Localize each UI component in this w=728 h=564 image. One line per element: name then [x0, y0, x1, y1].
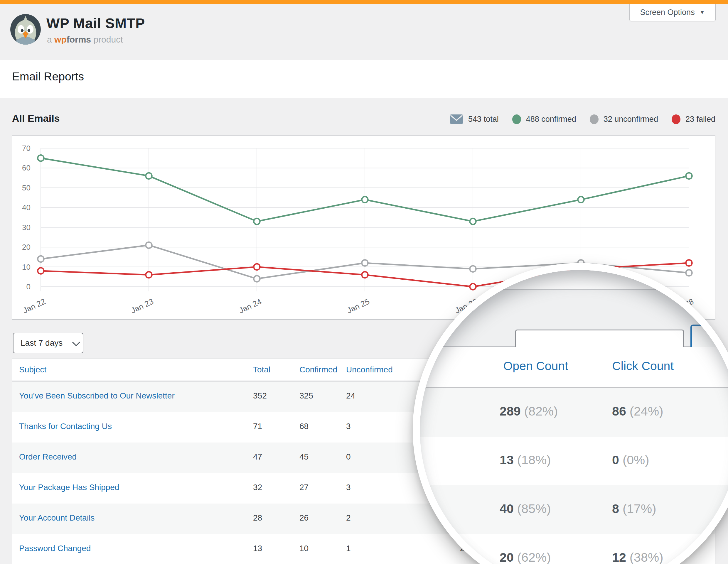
confirmed-cell: 325	[299, 391, 313, 400]
svg-text:40: 40	[22, 203, 31, 212]
svg-text:0: 0	[26, 282, 31, 291]
subject-link[interactable]: Your Package Has Shipped	[19, 483, 119, 492]
page-title: Email Reports	[12, 70, 84, 83]
legend-item: 543 total	[450, 114, 499, 124]
chart-legend: 543 total488 confirmed32 unconfirmed23 f…	[450, 113, 715, 126]
date-range-value: Last 7 days	[21, 338, 63, 348]
subject-link[interactable]: Order Received	[19, 452, 77, 462]
app-tagline: a wpforms product	[47, 35, 123, 45]
legend-label: 488 confirmed	[526, 115, 576, 124]
screen-options-label: Screen Options	[640, 8, 695, 17]
subject-link[interactable]: Password Changed	[19, 544, 91, 553]
open-count-cell: 13 (18%)	[500, 453, 551, 467]
column-header-open-count[interactable]: Open Count	[503, 359, 568, 373]
chevron-down-icon	[72, 338, 80, 346]
click-count-cell: 86 (24%)	[612, 404, 663, 418]
legend-dot-icon	[590, 115, 599, 124]
click-count-cell: 12 (38%)	[612, 550, 663, 564]
wpforms-brand-forms: forms	[67, 35, 91, 44]
unconfirmed-cell: 1	[346, 544, 351, 553]
total-cell: 47	[253, 452, 262, 462]
click-count-cell: 0 (0%)	[612, 453, 649, 467]
svg-text:60: 60	[22, 164, 31, 172]
column-header-total[interactable]: Total	[253, 365, 270, 374]
column-header-subject[interactable]: Subject	[19, 365, 46, 374]
svg-text:20: 20	[22, 243, 31, 252]
confirmed-cell: 68	[299, 422, 309, 431]
open-count-cell: 289 (82%)	[500, 404, 558, 418]
column-header-confirmed[interactable]: Confirmed	[299, 365, 337, 374]
legend-label: 32 unconfirmed	[604, 115, 658, 124]
top-accent-bar	[0, 0, 728, 4]
open-count-cell: 20 (62%)	[500, 550, 551, 564]
confirmed-cell: 27	[299, 483, 309, 492]
confirmed-cell: 26	[299, 513, 309, 523]
legend-item: 32 unconfirmed	[590, 115, 658, 124]
legend-label: 543 total	[468, 115, 499, 124]
unconfirmed-cell: 3	[346, 422, 351, 431]
failed-cell: 2	[460, 544, 465, 553]
legend-dot-icon	[512, 115, 521, 124]
lens-table-row: 289 (82%) 86 (24%)	[420, 388, 728, 437]
svg-text:30: 30	[22, 223, 31, 232]
email-reports-page: Screen Options ▼ WP Mail SMTP a wpforms …	[0, 0, 728, 564]
unconfirmed-cell: 0	[346, 452, 351, 462]
total-cell: 71	[253, 422, 262, 431]
subject-link[interactable]: You’ve Been Subscribed to Our Newsletter	[19, 391, 175, 400]
legend-dot-icon	[672, 115, 680, 124]
page-title-band: Email Reports	[0, 60, 728, 98]
chevron-down-icon: ▼	[700, 9, 705, 16]
lens-table-row: 13 (18%) 0 (0%)	[420, 437, 728, 485]
svg-text:70: 70	[22, 144, 31, 153]
confirmed-cell: 10	[299, 544, 309, 553]
legend-item: 488 confirmed	[512, 115, 576, 124]
section-title: All Emails	[12, 113, 60, 124]
legend-item: 23 failed	[672, 115, 715, 124]
svg-text:Jan 22: Jan 22	[21, 297, 47, 315]
screen-options-button[interactable]: Screen Options ▼	[629, 4, 716, 21]
lens-header-row: Open Count Click Count	[420, 347, 728, 388]
subject-link[interactable]: Thanks for Contacting Us	[19, 422, 112, 431]
unconfirmed-cell: 3	[346, 483, 351, 492]
envelope-icon	[450, 114, 463, 124]
date-range-select[interactable]: Last 7 days	[13, 333, 83, 353]
unconfirmed-cell: 24	[346, 391, 355, 400]
svg-text:10: 10	[22, 263, 31, 272]
confirmed-cell: 45	[299, 452, 309, 462]
click-count-cell: 8 (17%)	[612, 501, 656, 516]
wpforms-brand-wp: wp	[54, 35, 67, 44]
lens-table-row: 40 (85%) 8 (17%)	[420, 485, 728, 534]
app-title: WP Mail SMTP	[46, 15, 145, 31]
svg-text:Jan 25: Jan 25	[346, 297, 371, 315]
total-cell: 13	[253, 544, 262, 553]
legend-label: 23 failed	[685, 115, 715, 124]
svg-text:Jan 24: Jan 24	[237, 297, 263, 315]
total-cell: 352	[253, 391, 267, 400]
open-count-cell: 40 (85%)	[500, 501, 551, 516]
column-header-click-count[interactable]: Click Count	[612, 359, 674, 373]
svg-text:Jan 23: Jan 23	[129, 297, 155, 315]
total-cell: 32	[253, 483, 262, 492]
total-cell: 28	[253, 513, 262, 523]
wp-mail-smtp-logo	[10, 14, 41, 45]
svg-text:50: 50	[22, 184, 31, 192]
subject-link[interactable]: Your Account Details	[19, 513, 95, 523]
unconfirmed-cell: 2	[346, 513, 351, 523]
column-header-unconfirmed[interactable]: Unconfirmed	[346, 365, 393, 374]
